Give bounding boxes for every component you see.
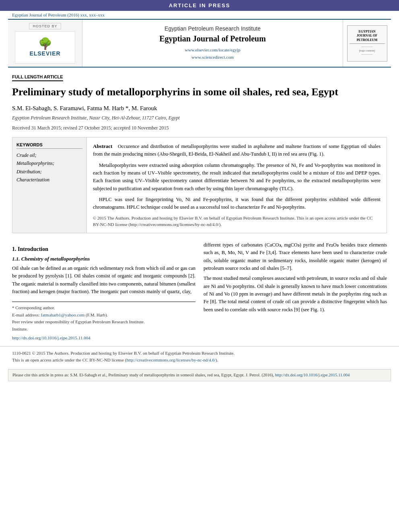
journal-logo-content: ———— [logo content] ———— — [359, 45, 375, 57]
keyword-1: Crude oil; — [16, 151, 82, 159]
journal-logo-box: EGYPTIANJOURNAL OFPETROLEUM ———— [logo c… — [347, 25, 387, 62]
license-text: © 2015 The Authors. Production and hosti… — [93, 215, 380, 228]
keywords-list: Crude oil; Metalloporphyrins; Distributi… — [16, 151, 82, 184]
intro-heading: 1. Introduction — [12, 246, 195, 253]
body-left: 1. Introduction 1.1. Chemistry of metall… — [12, 241, 195, 340]
header-left: HOSTED BY 🌳 ELSEVIER — [8, 20, 82, 67]
intro-right-para-1: different types of carbonates (CaCO₃, mg… — [204, 241, 387, 273]
citation-bar: Please cite this article in press as: S.… — [8, 369, 391, 381]
doi-link[interactable]: http://dx.doi.org/10.1016/j.ejpe.2015.11… — [12, 335, 195, 340]
header-right: EGYPTIANJOURNAL OFPETROLEUM ———— [logo c… — [343, 20, 391, 67]
abstract-text-1: Occurence and distribution of metallopor… — [93, 144, 380, 157]
elsevier-logo-text: ELSEVIER — [29, 50, 60, 57]
bottom-line-1: 1110-0621 © 2015 The Authors. Production… — [12, 350, 387, 357]
journal-link-1[interactable]: www.elsevier.com/locate/egyjp — [185, 47, 241, 54]
journal-logo-title: EGYPTIANJOURNAL OFPETROLEUM — [350, 30, 385, 44]
footnote-email: E-mail address: fatmaharb1@yahoo.com (F.… — [12, 312, 195, 319]
email-link[interactable]: fatmaharb1@yahoo.com — [41, 312, 84, 317]
journal-link-2[interactable]: www.sciencedirect.com — [185, 54, 241, 61]
elsevier-tree-icon: 🌳 — [38, 38, 52, 49]
authors: S.M. El-Sabagh, S. Faramawi, Fatma M. Ha… — [12, 105, 387, 112]
keyword-2: Metalloporphyrins; — [16, 159, 82, 167]
abstract-para-1: Abstract Occurence and distribution of m… — [93, 142, 380, 158]
intro-subheading: 1.1. Chemistry of metalloporphyrins — [12, 256, 195, 262]
institute-name: Egyptian Petroleum Research Institute — [165, 25, 261, 32]
journal-link-line: Egyptian Journal of Petroleum (2016) xxx… — [0, 11, 399, 19]
affiliation: Egyption Petroleum Research Institute, N… — [12, 115, 387, 121]
body-section: 1. Introduction 1.1. Chemistry of metall… — [12, 241, 387, 340]
authors-text: S.M. El-Sabagh, S. Faramawi, Fatma M. Ha… — [12, 105, 157, 111]
dates: Received 31 March 2015; revised 27 Octob… — [12, 125, 387, 131]
abstract-section: KEYWORDS Crude oil; Metalloporphyrins; D… — [12, 137, 387, 233]
hosted-by-label: HOSTED BY — [29, 23, 61, 29]
article-type-label: FULL LENGTH ARTICLE — [12, 74, 63, 81]
abstract-title: Abstract — [93, 143, 112, 149]
article-in-press-banner: ARTICLE IN PRESS — [0, 0, 399, 11]
journal-name-header: Egyptian Journal of Petroleum — [159, 34, 266, 43]
journal-links: www.elsevier.com/locate/egyjp www.scienc… — [185, 47, 241, 61]
footnote-section: * Corresponding author. E-mail address: … — [12, 302, 195, 340]
footnote-corresponding: * Corresponding author. — [12, 304, 195, 312]
intro-right-para-2: The most studied metal complexes associa… — [204, 275, 387, 314]
footnote-institute: Institute. — [12, 326, 195, 333]
main-content: FULL LENGTH ARTICLE Preliminary study of… — [0, 68, 399, 346]
bottom-line-2: This is an open access article under the… — [12, 357, 387, 364]
abstract-para-2: Metalloporphyrins were extracted using a… — [93, 162, 380, 193]
header-center: Egyptian Petroleum Research Institute Eg… — [82, 20, 343, 67]
article-title: Preliminary study of metalloporphyrins i… — [12, 85, 387, 99]
keywords-panel: KEYWORDS Crude oil; Metalloporphyrins; D… — [12, 138, 87, 233]
bottom-bar: 1110-0621 © 2015 The Authors. Production… — [0, 346, 399, 367]
abstract-panel: Abstract Occurence and distribution of m… — [87, 138, 387, 233]
header-section: HOSTED BY 🌳 ELSEVIER Egyptian Petroleum … — [8, 19, 391, 68]
footnote-peer-review: Peer review under responsibility of Egyp… — [12, 318, 195, 326]
body-right: different types of carbonates (CaCO₃, mg… — [204, 241, 387, 340]
keywords-title: KEYWORDS — [16, 142, 82, 149]
intro-left-para-1: Oil shale can be defined as an organic r… — [12, 265, 195, 296]
citation-text: Please cite this article in press as: S.… — [12, 373, 275, 377]
bottom-license-link[interactable]: http://creativecommons.org/licenses/by-n… — [126, 357, 216, 362]
keyword-3: Distribution; — [16, 168, 82, 176]
abstract-para-3: HPLC was used for fingerprinting Vo, Ni … — [93, 196, 380, 212]
keyword-4: Characterization — [16, 176, 82, 184]
citation-doi-link[interactable]: http://dx.doi.org/10.1016/j.ejpe.2015.11… — [275, 373, 350, 377]
elsevier-logo-box: 🌳 ELSEVIER — [15, 31, 75, 64]
